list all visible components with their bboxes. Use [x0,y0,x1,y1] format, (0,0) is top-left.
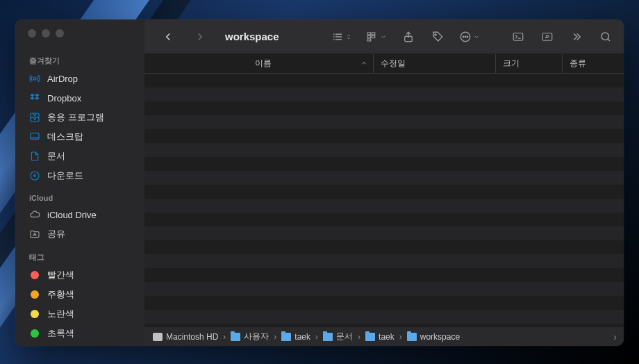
sidebar-item-desktop[interactable]: 데스크탑 [15,127,144,147]
airdrop-icon [29,73,40,84]
sidebar-item-label: 데스크탑 [47,131,83,143]
path-label: 문서 [336,331,353,342]
svg-rect-16 [513,33,523,40]
path-separator-icon: › [399,332,402,342]
download-icon [29,170,40,181]
desktop-icon [29,131,40,142]
svg-point-14 [465,36,466,38]
svg-point-15 [467,36,468,38]
sidebar-tags-header: 태그 [15,249,144,265]
sidebar-item-label: 공유 [47,228,65,240]
folder-icon [231,333,240,341]
sidebar-tag-yellow[interactable]: 노란색 [15,304,144,324]
terminal-icon [512,31,524,43]
path-crumb[interactable]: taek [281,332,310,342]
sidebar-item-documents[interactable]: 문서 [15,147,144,166]
path-label: taek [379,332,395,342]
maximize-button[interactable] [56,29,64,38]
search-button[interactable] [596,27,615,47]
document-icon [29,151,40,162]
sidebar-item-applications[interactable]: 응용 프로그램 [15,108,144,127]
sidebar-item-dropbox[interactable]: Dropbox [15,88,144,108]
svg-rect-5 [367,33,371,35]
path-crumb[interactable]: 문서 [323,331,353,342]
tag-dot-icon [31,290,39,299]
svg-rect-2 [31,133,39,140]
share-button[interactable] [399,27,418,47]
sidebar-item-label: 응용 프로그램 [47,111,104,124]
sidebar-tag-orange[interactable]: 주황색 [15,285,144,304]
column-header-kind[interactable]: 종류 [563,54,624,73]
svg-rect-17 [542,33,552,40]
close-button[interactable] [28,29,36,38]
apps-icon [29,112,40,123]
svg-point-0 [33,77,36,80]
path-separator-icon: › [315,332,318,342]
svg-rect-8 [372,35,375,38]
forward-button[interactable] [190,27,210,47]
path-crumb-root[interactable]: Macintosh HD [153,332,218,342]
sidebar-item-label: AirDrop [47,74,78,84]
file-list[interactable] [144,74,624,326]
sidebar-item-label: 노란색 [47,308,74,320]
path-separator-icon: › [223,332,226,342]
dropbox-icon [29,92,40,104]
sidebar-item-label: 문서 [47,150,65,163]
folder-icon [407,333,417,341]
sidebar-item-label: 빨간색 [47,269,74,281]
sidebar-tag-red[interactable]: 빨간색 [15,265,144,285]
path-crumb[interactable]: 사용자 [231,331,269,342]
path-bar: Macintosh HD › 사용자 › taek › 문서 › taek › [144,326,624,346]
path-label: Macintosh HD [166,332,218,342]
cloud-icon [29,209,40,220]
group-button[interactable] [364,27,389,47]
svg-point-13 [463,36,464,38]
sidebar-item-airdrop[interactable]: AirDrop [15,69,144,88]
path-separator-icon: › [358,332,360,342]
search-icon [599,31,612,43]
chevron-left-icon [162,31,174,43]
view-mode-button[interactable] [329,27,354,47]
overflow-button[interactable] [567,27,586,47]
chevron-down-icon [473,31,480,43]
folder-icon [281,333,291,341]
column-header-name[interactable]: 이름 [153,54,374,73]
path-label: 사용자 [244,331,269,342]
chevron-right-icon [194,31,206,43]
sidebar: 즐겨찾기 AirDrop Dropbox 응용 프로그램 데스크탑 문서 [15,19,144,346]
sidebar-item-label: 초록색 [47,327,74,340]
tag-dot-icon [31,310,39,318]
sidebar-item-label: 다운로드 [47,169,83,182]
terminal-button[interactable] [508,27,528,47]
window-controls [15,29,144,47]
column-header-size[interactable]: 크기 [496,54,563,73]
finder-window: 즐겨찾기 AirDrop Dropbox 응용 프로그램 데스크탑 문서 [15,19,624,346]
column-label: 수정일 [381,58,406,69]
back-button[interactable] [158,27,178,47]
nav-buttons [153,27,215,47]
path-crumb-current[interactable]: workspace [407,332,460,342]
sidebar-item-icloud-drive[interactable]: iCloud Drive [15,205,144,224]
sidebar-item-downloads[interactable]: 다운로드 [15,166,144,185]
minimize-button[interactable] [42,29,50,38]
svg-point-18 [601,33,609,40]
column-header-date[interactable]: 수정일 [374,54,496,73]
chevrons-right-icon [570,31,583,43]
path-label: workspace [420,332,460,342]
sidebar-tag-green[interactable]: 초록색 [15,324,144,343]
edit-button[interactable] [538,27,557,47]
compose-icon [541,31,554,43]
svg-rect-6 [372,33,375,35]
share-icon [402,31,415,43]
sidebar-favorites-section: 즐겨찾기 AirDrop Dropbox 응용 프로그램 데스크탑 문서 [15,53,144,185]
svg-point-11 [435,33,436,35]
column-label: 이름 [255,58,272,69]
path-crumb[interactable]: taek [365,332,395,342]
sidebar-item-label: 주황색 [47,288,74,301]
action-button[interactable] [457,27,482,47]
sidebar-item-shared[interactable]: 공유 [15,224,144,244]
tag-button[interactable] [428,27,447,47]
column-headers: 이름 수정일 크기 종류 [144,54,624,74]
sort-indicator-icon [360,59,367,69]
tag-dot-icon [31,271,39,279]
